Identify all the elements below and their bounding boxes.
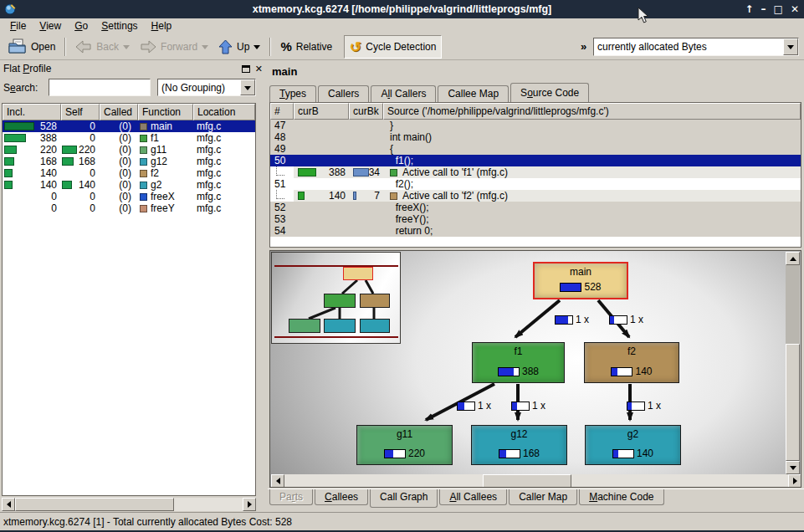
table-row[interactable]: 5280(0)mainmfg.c — [3, 120, 255, 132]
dock-close-icon[interactable]: ✕ — [255, 64, 263, 74]
column-header--[interactable]: # — [270, 103, 294, 120]
toolbar-overflow-icon[interactable]: » — [581, 40, 586, 53]
column-header-source[interactable]: Source ('/home/philippe/valgrind/littlep… — [383, 103, 801, 120]
tab-types[interactable]: Types — [269, 85, 316, 102]
curbk-cell — [349, 213, 383, 225]
back-button[interactable]: Back — [70, 35, 135, 59]
cycle-arrow-icon: ↺ — [350, 38, 361, 55]
edge-call-count-label: 1 x — [609, 314, 643, 325]
source-line-row[interactable]: 52 freeX(); — [270, 202, 801, 213]
graph-node-f1[interactable]: f1388 — [472, 342, 565, 383]
node-cost-bar — [499, 449, 520, 458]
source-line-row[interactable]: 54 return 0; — [270, 225, 801, 237]
active-call-row[interactable]: 38834Active call to 'f1' (mfg.c) — [270, 166, 801, 178]
tab-machine-code[interactable]: Machine Code — [579, 489, 663, 505]
close-icon[interactable]: ✕ — [791, 3, 799, 15]
combobox-arrow-button[interactable] — [783, 38, 798, 55]
maximize-icon[interactable]: □ — [774, 3, 783, 15]
self-cell: 168 — [61, 156, 100, 167]
graph-vscrollbar[interactable] — [786, 252, 800, 474]
shade-icon[interactable]: ↑ — [745, 3, 754, 15]
graph-hscrollbar[interactable] — [271, 474, 801, 488]
scroll-down-icon[interactable] — [786, 461, 800, 474]
table-row[interactable]: 168168(0)g12mfg.c — [3, 156, 255, 167]
grouping-combobox[interactable]: (No Grouping) — [157, 79, 256, 96]
tab-parts[interactable]: Parts — [269, 489, 313, 505]
location-cell: mfg.c — [193, 179, 255, 191]
combobox-arrow-button[interactable] — [240, 79, 255, 95]
column-header-curbk[interactable]: curBk — [349, 103, 383, 120]
table-row[interactable]: 3880(0)f1mfg.c — [3, 132, 255, 144]
tab-call-graph[interactable]: Call Graph — [370, 489, 438, 508]
column-header-self[interactable]: Self — [61, 104, 100, 120]
graph-node-f2[interactable]: f2140 — [584, 342, 679, 383]
node-cost-bar — [612, 449, 634, 458]
call-label: Active call to 'f1' (mfg.c) — [402, 166, 508, 178]
scroll-left-icon[interactable] — [2, 498, 15, 511]
source-line-row[interactable]: 50 f1(); — [270, 155, 801, 166]
event-type-combobox[interactable]: currently allocated Bytes — [593, 38, 799, 56]
cycle-detection-button[interactable]: ↺ Cycle Detection — [344, 35, 442, 59]
scrollbar-thumb[interactable] — [15, 498, 174, 511]
table-row[interactable]: 00(0)freeYmfg.c — [3, 202, 255, 214]
source-line-row[interactable]: 53 freeY(); — [270, 213, 801, 225]
graph-node-g11[interactable]: g11220 — [356, 425, 453, 465]
tab-caller-map[interactable]: Caller Map — [509, 489, 577, 505]
call-graph-panel[interactable]: main528f1388f2140g11220g12168g2140 1 x1 … — [269, 250, 801, 488]
dock-float-icon[interactable] — [242, 65, 250, 73]
column-header-incl-[interactable]: Incl. — [3, 104, 61, 120]
source-line-row[interactable]: 51 f2(); — [270, 178, 801, 190]
scroll-right-icon[interactable] — [243, 498, 256, 511]
tab-callees[interactable]: Callees — [315, 489, 368, 505]
graph-node-g12[interactable]: g12168 — [471, 425, 567, 465]
up-dropdown-icon[interactable] — [253, 45, 260, 53]
flat-profile-hscrollbar[interactable] — [2, 498, 256, 511]
tab-all-callers[interactable]: All Callers — [371, 85, 436, 102]
tab-all-callees[interactable]: All Callees — [439, 489, 507, 505]
minimize-icon[interactable]: – — [761, 3, 766, 15]
open-button[interactable]: Open — [3, 35, 60, 59]
line-number: 50 — [270, 155, 294, 166]
tab-callee-map[interactable]: Callee Map — [438, 85, 509, 102]
column-header-function[interactable]: Function — [138, 104, 193, 120]
self-value: 0 — [90, 132, 95, 144]
menu-settings[interactable]: Settings — [95, 19, 144, 33]
incl-value: 0 — [51, 202, 57, 214]
relative-button[interactable]: % Relative — [275, 35, 337, 59]
table-row[interactable]: 1400(0)f2mfg.c — [3, 167, 255, 179]
menu-go[interactable]: Go — [68, 19, 95, 33]
menu-help[interactable]: Help — [145, 19, 179, 33]
scroll-left-icon[interactable] — [271, 474, 284, 488]
titlebar[interactable]: xtmemory.kcg.6274 [/home/philippe/valgri… — [0, 0, 804, 18]
search-input[interactable] — [49, 79, 151, 96]
table-row[interactable]: 140140(0)g2mfg.c — [3, 179, 255, 191]
graph-node-main[interactable]: main528 — [533, 262, 628, 299]
scrollbar-thumb[interactable] — [786, 344, 800, 461]
table-row[interactable]: 220220(0)g11mfg.c — [3, 144, 255, 156]
self-cell: 0 — [61, 132, 100, 144]
column-header-location[interactable]: Location — [193, 104, 255, 120]
column-header-curb[interactable]: curB — [294, 103, 349, 120]
back-dropdown-icon[interactable] — [123, 45, 130, 53]
tab-callers[interactable]: Callers — [318, 85, 369, 102]
tab-source-code[interactable]: Source Code — [510, 83, 589, 102]
menu-view[interactable]: View — [33, 19, 68, 33]
source-line-row[interactable]: 48int main() — [270, 131, 801, 143]
active-call-row[interactable]: 1407Active call to 'f2' (mfg.c) — [270, 190, 801, 202]
source-line-row[interactable]: 47} — [270, 120, 801, 131]
incl-bar — [4, 157, 34, 166]
forward-dropdown-icon[interactable] — [202, 45, 208, 53]
up-button[interactable]: Up — [213, 35, 265, 59]
column-header-called[interactable]: Called — [100, 104, 138, 120]
forward-button[interactable]: Forward — [135, 35, 213, 59]
scroll-right-icon[interactable] — [788, 474, 801, 488]
scrollbar-thumb[interactable] — [483, 474, 571, 488]
self-bar — [62, 157, 77, 166]
source-line-row[interactable]: 49{ — [270, 143, 801, 155]
graph-node-g2[interactable]: g2140 — [585, 425, 681, 465]
menu-file[interactable]: File — [3, 19, 33, 33]
table-row[interactable]: 00(0)freeXmfg.c — [3, 191, 255, 202]
scroll-up-icon[interactable] — [786, 252, 800, 265]
relative-label: Relative — [296, 41, 332, 53]
chevron-down-icon — [787, 45, 794, 53]
